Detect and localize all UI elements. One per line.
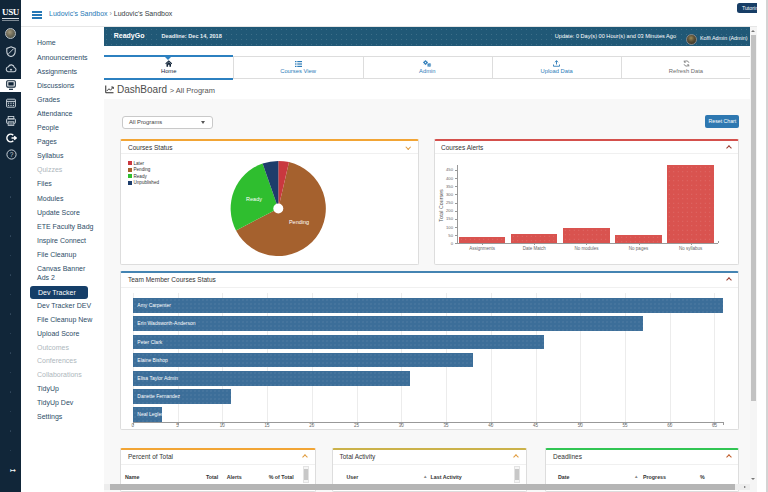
svg-text:Pending: Pending: [289, 219, 309, 225]
svg-text:Ready: Ready: [246, 196, 262, 202]
svg-text:?: ?: [9, 150, 13, 157]
